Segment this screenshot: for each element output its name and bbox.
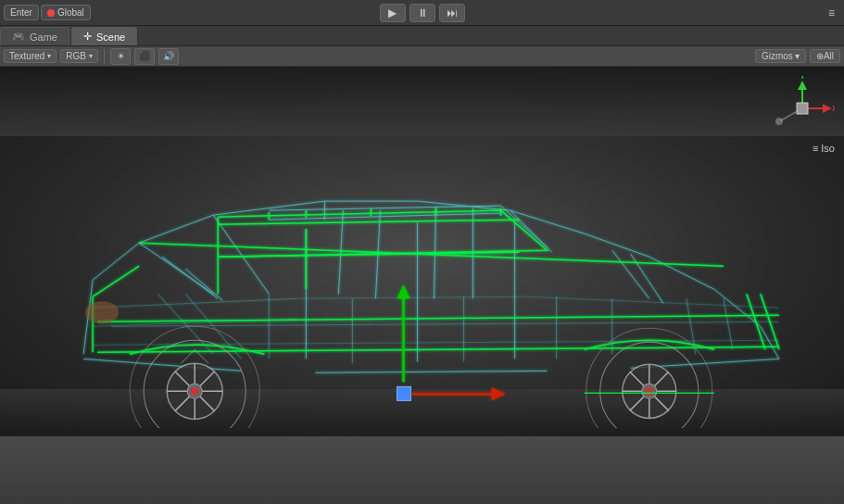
- iso-menu-icon: ≡: [813, 143, 818, 154]
- svg-marker-77: [798, 81, 807, 90]
- display-icon-btn[interactable]: ⬛: [134, 48, 155, 65]
- svg-line-6: [83, 359, 241, 371]
- global-button[interactable]: Global: [41, 5, 91, 20]
- toolbar-separator-1: [104, 49, 105, 64]
- textured-dropdown[interactable]: Textured ▾: [4, 49, 57, 63]
- toolbar-left: Enter Global: [0, 0, 91, 25]
- bottom-gradient: [0, 436, 844, 504]
- transform-gizmo-x: [412, 387, 505, 400]
- headlight-front: [85, 301, 119, 323]
- display-icon: ⬛: [139, 51, 150, 61]
- svg-point-83: [775, 118, 783, 125]
- tab-bar: 🎮 Game ✛ Scene: [0, 26, 844, 46]
- viewport[interactable]: Y X ≡ Iso: [0, 67, 844, 435]
- all-label: ⊕All: [816, 51, 834, 61]
- overflow-button[interactable]: ≡: [825, 6, 838, 20]
- step-button[interactable]: ⏭: [439, 4, 465, 22]
- svg-line-31: [724, 298, 733, 349]
- svg-text:X: X: [832, 104, 835, 113]
- svg-line-15: [612, 250, 649, 298]
- gizmo-svg: Y X: [770, 76, 835, 141]
- tab-game[interactable]: 🎮 Game: [0, 27, 69, 45]
- svg-line-12: [139, 243, 213, 294]
- gizmos-button[interactable]: Gizmos ▾: [755, 49, 806, 63]
- svg-line-47: [93, 266, 139, 296]
- gizmos-label: Gizmos: [762, 51, 793, 61]
- svg-line-2: [269, 206, 500, 210]
- sun-icon: ☀: [117, 51, 125, 61]
- svg-marker-53: [397, 284, 409, 298]
- svg-line-32: [93, 298, 296, 308]
- rgb-label: RGB: [66, 51, 86, 61]
- svg-line-14: [185, 269, 222, 300]
- svg-rect-84: [797, 103, 808, 114]
- play-button[interactable]: ▶: [380, 4, 406, 22]
- pause-button[interactable]: ⏸: [409, 4, 435, 22]
- svg-line-34: [296, 296, 528, 298]
- game-tab-icon: 🎮: [12, 31, 25, 43]
- step-icon: ⏭: [447, 6, 458, 19]
- rgb-dropdown[interactable]: RGB ▾: [60, 49, 98, 63]
- svg-marker-55: [492, 387, 506, 400]
- bottom-panel: [0, 435, 844, 504]
- svg-line-13: [162, 257, 218, 298]
- svg-line-3: [269, 213, 500, 220]
- toolbar-right: ≡: [825, 6, 844, 19]
- svg-text:Y: Y: [800, 76, 805, 81]
- play-controls: ▶ ⏸ ⏭: [380, 4, 465, 22]
- gizmos-arrow: ▾: [795, 51, 800, 61]
- transform-gizmo-y: [397, 284, 409, 382]
- iso-label: ≡ Iso: [813, 143, 835, 154]
- tab-scene[interactable]: ✛ Scene: [71, 27, 137, 45]
- audio-icon: 🔊: [163, 51, 174, 61]
- all-button[interactable]: ⊕All: [810, 49, 840, 63]
- svg-line-50: [139, 243, 724, 266]
- front-wheel: [130, 326, 259, 428]
- pause-icon: ⏸: [417, 6, 428, 19]
- scene-tab-label: Scene: [96, 32, 125, 43]
- car-wireframe: [19, 113, 825, 428]
- scene-toolbar: Textured ▾ RGB ▾ ☀ ⬛ 🔊 Gizmos ▾ ⊕All: [0, 46, 844, 67]
- svg-line-39: [218, 220, 519, 224]
- textured-label: Textured: [9, 51, 44, 61]
- top-toolbar: Enter Global ▶ ⏸ ⏭ ≡: [0, 0, 844, 26]
- play-icon: ▶: [388, 6, 397, 19]
- scene-tab-icon: ✛: [83, 31, 92, 43]
- textured-arrow: ▾: [47, 52, 51, 60]
- svg-line-51: [97, 315, 779, 321]
- iso-text: Iso: [821, 143, 835, 154]
- svg-point-64: [191, 387, 198, 395]
- global-dot: [47, 9, 55, 17]
- rgb-arrow: ▾: [89, 52, 93, 60]
- svg-line-35: [529, 296, 779, 308]
- enter-label: Enter: [10, 7, 32, 18]
- enter-button[interactable]: Enter: [4, 5, 39, 20]
- global-label: Global: [57, 7, 84, 18]
- audio-icon-btn[interactable]: 🔊: [158, 48, 179, 65]
- transform-gizmo-center: [397, 386, 410, 400]
- svg-line-4: [501, 206, 548, 247]
- gizmos-area: Gizmos ▾ ⊕All: [755, 49, 840, 63]
- svg-point-75: [646, 387, 653, 395]
- svg-line-30: [687, 298, 696, 354]
- svg-marker-80: [823, 104, 832, 113]
- rear-wheel: [586, 328, 712, 428]
- svg-line-7: [315, 371, 547, 372]
- gizmo-widget[interactable]: Y X: [770, 76, 835, 141]
- sun-icon-btn[interactable]: ☀: [110, 48, 131, 65]
- game-tab-label: Game: [30, 32, 57, 43]
- svg-line-40: [97, 346, 779, 352]
- svg-line-0: [213, 215, 269, 294]
